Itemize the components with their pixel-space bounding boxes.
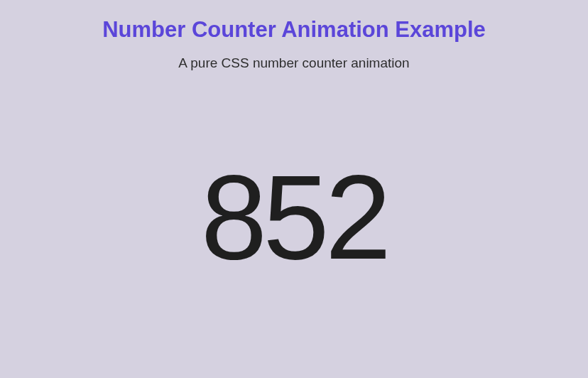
counter-value: 852	[201, 158, 387, 277]
page-title: Number Counter Animation Example	[102, 17, 486, 43]
counter-wrapper: 852	[0, 57, 588, 378]
page-container: Number Counter Animation Example A pure …	[0, 0, 588, 378]
